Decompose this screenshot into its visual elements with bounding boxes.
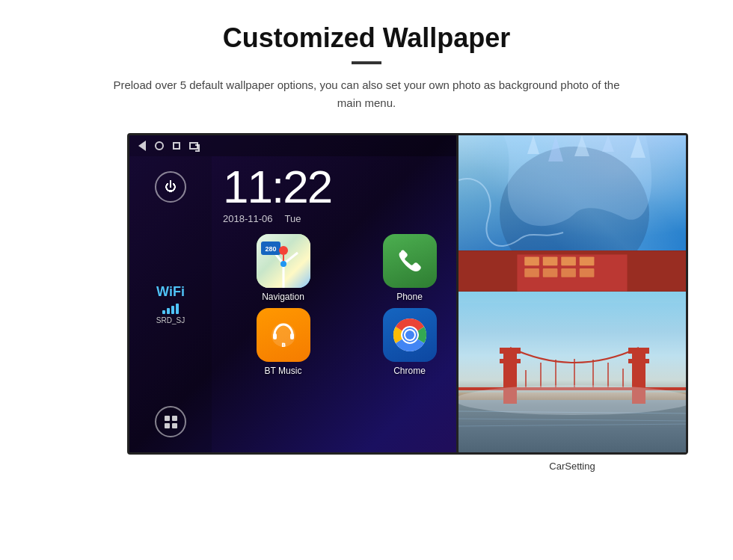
wifi-label: WiFi — [156, 284, 185, 300]
svg-rect-40 — [561, 256, 576, 265]
svg-rect-44 — [561, 268, 576, 277]
building-svg — [458, 250, 686, 292]
wifi-bar-3 — [171, 306, 174, 314]
wallpaper-middle-separator — [458, 250, 686, 292]
clock-info: 11:22 2018-11-06 Tue — [223, 164, 331, 224]
bt-music-svg-icon: ʙ — [267, 319, 300, 351]
navigation-app-icon: 280 — [257, 234, 310, 288]
svg-rect-54 — [500, 359, 521, 363]
device-container: 📍 ▼ 11:22 ⏻ WiFi — [30, 133, 703, 455]
chrome-svg-icon — [391, 316, 429, 354]
wifi-bar-2 — [167, 308, 170, 314]
wifi-ssid: SRD_SJ — [156, 316, 185, 324]
svg-rect-15 — [290, 333, 294, 339]
svg-rect-42 — [524, 268, 539, 277]
svg-rect-38 — [524, 256, 539, 265]
back-nav-icon[interactable] — [138, 141, 146, 151]
phone-app-label: Phone — [396, 292, 423, 302]
wallpaper-previews — [456, 133, 688, 455]
app-item-navigation[interactable]: 280 Navigation — [223, 234, 343, 302]
carsetting-container: CarSetting — [456, 459, 688, 473]
clock-time: 11:22 — [223, 164, 331, 210]
ice-texture — [458, 135, 686, 250]
bt-music-app-icon: ʙ — [257, 308, 310, 362]
power-icon: ⏻ — [165, 180, 177, 194]
svg-text:ʙ: ʙ — [281, 340, 286, 348]
screenshot-icon — [189, 142, 198, 150]
ice-cave-svg — [458, 135, 686, 250]
app-item-chrome[interactable]: Chrome — [349, 308, 470, 376]
sidebar: ⏻ WiFi SRD_SJ — [129, 156, 212, 452]
app-item-bt-music[interactable]: ʙ BT Music — [223, 308, 343, 376]
clock-day: Tue — [285, 213, 301, 224]
svg-point-65 — [458, 385, 686, 415]
phone-app-icon — [383, 234, 437, 288]
clock-date: 2018-11-06 Tue — [223, 213, 331, 224]
svg-rect-41 — [580, 256, 595, 265]
wifi-bar-1 — [162, 310, 165, 314]
grid-dot — [172, 416, 177, 421]
apps-button[interactable] — [155, 406, 186, 437]
recent-nav-icon[interactable] — [173, 142, 180, 150]
wifi-bars — [162, 302, 179, 314]
svg-point-4 — [280, 261, 286, 267]
app-item-phone[interactable]: Phone — [349, 234, 470, 302]
carsetting-label: CarSetting — [549, 461, 595, 472]
svg-text:280: 280 — [265, 245, 276, 253]
page-title: Customized Wallpaper — [30, 22, 703, 54]
title-divider — [352, 61, 381, 64]
svg-point-20 — [405, 330, 414, 339]
navigation-app-label: Navigation — [262, 292, 304, 302]
svg-point-7 — [279, 246, 288, 255]
wifi-bar-4 — [176, 304, 179, 314]
clock-date-value: 2018-11-06 — [223, 213, 273, 224]
svg-rect-14 — [273, 333, 277, 339]
svg-rect-43 — [543, 268, 558, 277]
status-bar-left — [138, 141, 198, 151]
chrome-app-icon — [383, 308, 437, 362]
home-nav-icon[interactable] — [155, 141, 164, 150]
apps-grid-icon — [165, 416, 177, 428]
phone-svg-icon — [395, 246, 425, 276]
svg-rect-46 — [458, 303, 686, 393]
svg-rect-45 — [580, 268, 595, 277]
wallpaper-golden-gate — [458, 292, 686, 452]
map-roads-svg: 280 — [257, 234, 310, 288]
grid-dot — [172, 423, 177, 428]
bt-music-app-label: BT Music — [265, 366, 302, 376]
power-button[interactable]: ⏻ — [155, 171, 186, 203]
svg-rect-57 — [628, 359, 649, 363]
grid-dot — [165, 416, 170, 421]
grid-dot — [165, 423, 170, 428]
wifi-info: WiFi SRD_SJ — [156, 284, 185, 324]
svg-rect-39 — [543, 256, 558, 265]
page-subtitle: Preload over 5 default wallpaper options… — [105, 76, 628, 112]
chrome-app-label: Chrome — [393, 366, 426, 376]
golden-gate-svg — [458, 303, 686, 452]
wallpaper-ice-cave — [458, 135, 686, 250]
